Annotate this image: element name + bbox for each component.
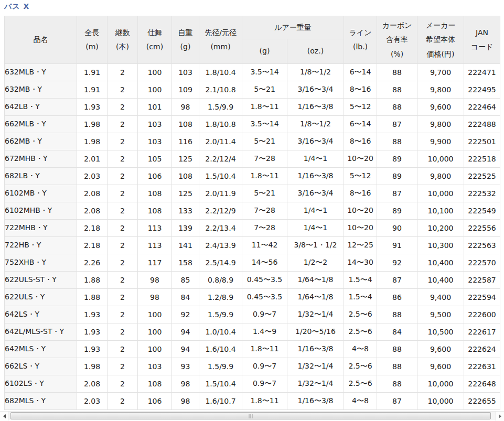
closed-length-cell: 100 xyxy=(138,306,172,323)
closed-length-cell: 108 xyxy=(138,185,172,202)
scroll-right-button[interactable] xyxy=(495,412,504,420)
weight-cell: 92 xyxy=(172,306,199,323)
sections-cell: 2 xyxy=(108,358,138,375)
weight-cell: 84 xyxy=(172,289,199,306)
weight-cell: 98 xyxy=(172,375,199,393)
price-cell: 9,800 xyxy=(417,168,464,185)
sections-cell: 2 xyxy=(108,393,138,410)
lure-weight-oz-cell: 1/8〜1/2 xyxy=(287,64,344,81)
sections-cell: 2 xyxy=(108,375,138,393)
sections-cell: 2 xyxy=(108,133,138,150)
table-row: 632MB・Y1.9121001092.1/10.85〜213/16〜3/48〜… xyxy=(5,81,500,99)
table-row: 722HB・Y2.1821131412.4/13.911〜423/8〜1・1/2… xyxy=(5,237,500,254)
table-row: 642MLS・Y1.932100941.6/10.41.8〜111/16〜3/8… xyxy=(5,341,500,358)
carbon-cell: 87 xyxy=(377,393,417,410)
scroll-left-icon xyxy=(3,414,6,418)
table-row: 662LS・Y1.982103931.5/9.90.9〜71/32〜1/42.5… xyxy=(5,358,500,375)
tip-butt-diameter-cell: 2.2/13.4 xyxy=(199,220,242,237)
tip-butt-diameter-cell: 1.5/10.4 xyxy=(199,168,242,185)
line-cell: 10〜20 xyxy=(344,202,377,220)
lure-weight-oz-cell: 1/16〜3/8 xyxy=(287,393,344,410)
lure-weight-g-cell: 14〜56 xyxy=(242,254,287,272)
price-cell: 10,400 xyxy=(417,272,464,289)
weight-cell: 98 xyxy=(172,99,199,116)
lure-weight-g-cell: 11〜42 xyxy=(242,237,287,254)
closed-length-cell: 101 xyxy=(138,99,172,116)
carbon-cell: 89 xyxy=(377,168,417,185)
weight-cell: 108 xyxy=(172,168,199,185)
carbon-cell: 87 xyxy=(377,185,417,202)
lure-weight-oz-cell: 1/2〜2 xyxy=(287,254,344,272)
price-cell: 10,500 xyxy=(417,323,464,341)
price-cell: 9,800 xyxy=(417,81,464,99)
carbon-cell: 86 xyxy=(377,289,417,306)
tip-butt-diameter-cell: 1.6/10.7 xyxy=(199,393,242,410)
scrollbar-grip-icon xyxy=(249,414,253,418)
length-cell: 2.03 xyxy=(77,393,108,410)
product-name-cell: 642LS・Y xyxy=(5,306,77,323)
product-name-cell: 662MLB・Y xyxy=(5,116,77,133)
lure-weight-oz-cell: 1/20〜5/16 xyxy=(287,323,344,341)
length-cell: 2.26 xyxy=(77,254,108,272)
line-cell: 1.5〜4 xyxy=(344,289,377,306)
price-cell: 9,800 xyxy=(417,116,464,133)
tip-butt-diameter-cell: 1.5/9.9 xyxy=(199,306,242,323)
weight-cell: 85 xyxy=(172,272,199,289)
sections-cell: 2 xyxy=(108,237,138,254)
header-lure-weight-g: (g) xyxy=(242,39,287,64)
horizontal-scrollbar[interactable] xyxy=(0,411,504,420)
table-row: 6102LS・Y2.082108981.5/10.40.9〜71/32〜1/42… xyxy=(5,375,500,393)
jan-code-cell: 222556 xyxy=(464,220,500,237)
scroll-left-button[interactable] xyxy=(0,412,9,420)
closed-length-cell: 98 xyxy=(138,289,172,306)
product-name-cell: 642MLS・Y xyxy=(5,341,77,358)
price-cell: 9,600 xyxy=(417,358,464,375)
price-cell: 9,700 xyxy=(417,64,464,81)
tip-butt-diameter-cell: 2.2/12/4 xyxy=(199,150,242,168)
scrollbar-thumb[interactable] xyxy=(10,412,491,419)
tip-butt-diameter-cell: 1.8/10.8 xyxy=(199,116,242,133)
carbon-cell: 88 xyxy=(377,375,417,393)
product-name-cell: 722HB・Y xyxy=(5,237,77,254)
table-row: 6102MHB・Y2.0821081332.2/12/97〜281/4〜110〜… xyxy=(5,202,500,220)
product-name-cell: 752XHB・Y xyxy=(5,254,77,272)
product-name-cell: 6102LS・Y xyxy=(5,375,77,393)
weight-cell: 93 xyxy=(172,358,199,375)
jan-code-cell: 222464 xyxy=(464,99,500,116)
tip-butt-diameter-cell: 2.2/12/9 xyxy=(199,202,242,220)
table-row: 622ULS-ST・Y1.88298850.8/8.90.45〜3.51/64〜… xyxy=(5,272,500,289)
price-cell: 10,200 xyxy=(417,220,464,237)
header-product-name: 品名 xyxy=(5,16,77,64)
tip-butt-diameter-cell: 1.0/10.4 xyxy=(199,323,242,341)
table-row: 672MHB・Y2.0121051252.2/12/47〜281/4〜110〜2… xyxy=(5,150,500,168)
product-name-cell: 662MB・Y xyxy=(5,133,77,150)
table-row: 642LB・Y1.932101981.5/9.91.8〜111/16〜3/85〜… xyxy=(5,99,500,116)
lure-weight-oz-cell: 1/16〜3/8 xyxy=(287,168,344,185)
lure-weight-g-cell: 5〜21 xyxy=(242,133,287,150)
line-cell: 12〜25 xyxy=(344,237,377,254)
tip-butt-diameter-cell: 2.4/13.9 xyxy=(199,237,242,254)
product-name-cell: 622ULS・Y xyxy=(5,289,77,306)
sections-cell: 2 xyxy=(108,99,138,116)
jan-code-cell: 222600 xyxy=(464,306,500,323)
line-cell: 4〜8 xyxy=(344,393,377,410)
sections-cell: 2 xyxy=(108,323,138,341)
length-cell: 1.98 xyxy=(77,116,108,133)
weight-cell: 141 xyxy=(172,237,199,254)
length-cell: 1.98 xyxy=(77,133,108,150)
price-cell: 10,100 xyxy=(417,202,464,220)
carbon-cell: 88 xyxy=(377,306,417,323)
price-cell: 10,000 xyxy=(417,393,464,410)
closed-length-cell: 98 xyxy=(138,272,172,289)
lure-weight-oz-cell: 1/64〜1/8 xyxy=(287,272,344,289)
jan-code-cell: 222655 xyxy=(464,393,500,410)
line-cell: 2.5〜6 xyxy=(344,323,377,341)
sections-cell: 2 xyxy=(108,116,138,133)
weight-cell: 94 xyxy=(172,323,199,341)
spec-table-container: 品名 全長 (m) 継数 (本) 仕舞 (cm) 自重 (g) 先径/元径 (m… xyxy=(4,16,500,410)
line-cell: 14〜30 xyxy=(344,254,377,272)
sections-cell: 2 xyxy=(108,81,138,99)
jan-code-cell: 222648 xyxy=(464,375,500,393)
header-price: メーカー 希望本体 価格(円) xyxy=(417,16,464,64)
product-name-cell: 682LB・Y xyxy=(5,168,77,185)
